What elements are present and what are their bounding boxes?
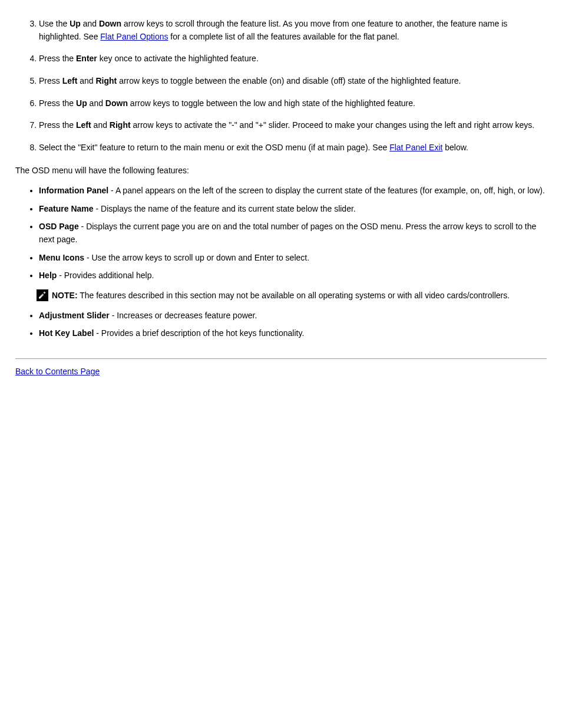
step-item: Press Left and Right arrow keys to toggl… <box>39 75 547 88</box>
features-intro: The OSD menu will have the following fea… <box>15 164 547 177</box>
feature-item: Information Panel - A panel appears on t… <box>39 182 547 199</box>
flat-panel-exit-link[interactable]: Flat Panel Exit <box>389 143 442 152</box>
feature-name: Feature Name <box>39 204 94 213</box>
feature-item: Hot Key Label - Provides a brief descrip… <box>39 324 547 342</box>
separator <box>15 358 547 359</box>
step-key: Enter <box>76 54 97 63</box>
feature-desc: - A panel appears on the left of the scr… <box>108 186 545 195</box>
step-text: Use the <box>39 19 70 28</box>
step-text: and <box>81 19 99 28</box>
feature-desc: - Provides a brief description of the ho… <box>94 328 304 338</box>
step-item: Use the Up and Down arrow keys to scroll… <box>39 18 547 43</box>
step-text: arrow keys to activate the "-" and "+" s… <box>131 120 535 130</box>
feature-desc: - Displays the current page you are on a… <box>39 222 536 244</box>
note-label: NOTE: <box>52 291 78 300</box>
step-text: Press the <box>39 98 76 108</box>
feature-name: OSD Page <box>39 222 79 231</box>
feature-desc: - Provides additional help. <box>57 271 154 280</box>
step-text: Select the "Exit" feature to return to t… <box>39 143 389 152</box>
features-list-2: Adjustment Slider - Increases or decreas… <box>15 307 547 342</box>
step-text: and <box>77 76 95 85</box>
step-key: Up <box>76 98 87 108</box>
step-key: Down <box>105 98 128 108</box>
step-text: below. <box>442 143 468 152</box>
step-key: Right <box>110 120 131 130</box>
step-item: Press the Left and Right arrow keys to a… <box>39 119 547 132</box>
step-key: Left <box>76 120 91 130</box>
note-block: NOTE: The features described in this sec… <box>37 289 547 302</box>
feature-item: Help - Provides additional help. <box>39 266 547 284</box>
feature-item: Menu Icons - Use the arrow keys to scrol… <box>39 249 547 266</box>
step-text: Press the <box>39 120 76 130</box>
document-body: Use the Up and Down arrow keys to scroll… <box>14 18 548 377</box>
feature-name: Menu Icons <box>39 253 84 262</box>
step-item: Press the Enter key once to activate the… <box>39 52 547 65</box>
step-text: and <box>87 98 105 108</box>
step-text: and <box>91 120 110 130</box>
feature-desc: - Displays the name of the feature and i… <box>94 204 356 213</box>
feature-name: Hot Key Label <box>39 328 94 338</box>
back-to-contents-link[interactable]: Back to Contents Page <box>15 367 100 376</box>
feature-desc: - Increases or decreases feature power. <box>110 311 257 320</box>
feature-item: Feature Name - Displays the name of the … <box>39 200 547 218</box>
note-icon <box>37 289 48 301</box>
step-text: Press the <box>39 54 76 63</box>
step-key: Right <box>96 76 117 85</box>
step-item: Press the Up and Down arrow keys to togg… <box>39 97 547 110</box>
features-list: Information Panel - A panel appears on t… <box>15 182 547 284</box>
flat-panel-options-link[interactable]: Flat Panel Options <box>100 32 168 41</box>
step-key: Left <box>62 76 78 85</box>
step-text: for a complete list of all the features … <box>168 32 399 41</box>
feature-name: Information Panel <box>39 186 108 195</box>
step-item: Select the "Exit" feature to return to t… <box>39 141 547 154</box>
numbered-steps-list: Use the Up and Down arrow keys to scroll… <box>15 18 547 154</box>
step-text: key once to activate the highlighted fea… <box>97 54 259 63</box>
note-text: The features described in this section m… <box>78 291 510 300</box>
step-text: arrow keys to toggle between the enable … <box>117 76 461 85</box>
step-key: Up <box>70 19 81 28</box>
feature-name: Adjustment Slider <box>39 311 110 320</box>
step-text: arrow keys to toggle between the low and… <box>128 98 415 108</box>
step-key: Down <box>99 19 121 28</box>
step-text: Press <box>39 76 62 85</box>
feature-name: Help <box>39 271 57 280</box>
feature-desc: - Use the arrow keys to scroll up or dow… <box>84 253 309 262</box>
feature-item: Adjustment Slider - Increases or decreas… <box>39 307 547 324</box>
feature-item: OSD Page - Displays the current page you… <box>39 218 547 249</box>
